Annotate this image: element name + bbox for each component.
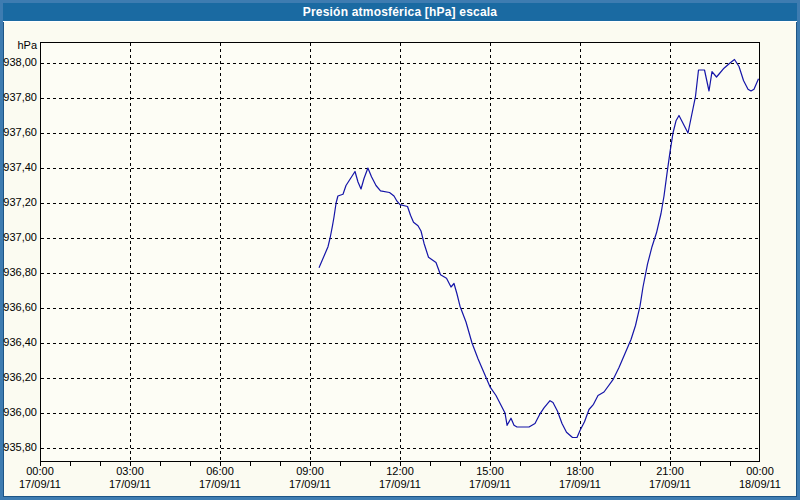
x-axis-tick-label: 18:0017/09/11	[545, 465, 615, 491]
x-axis-tick-label: 12:0017/09/11	[365, 465, 435, 491]
y-axis-unit-label: hPa	[3, 39, 37, 51]
x-axis-tick-label: 15:0017/09/11	[455, 465, 525, 491]
x-tick-date: 17/09/11	[185, 478, 255, 491]
y-axis-tick-label: 937,60	[3, 126, 37, 139]
y-axis-tick-label: 937,20	[3, 196, 37, 209]
x-axis-tick-label: 00:0018/09/11	[725, 465, 795, 491]
x-tick-date: 17/09/11	[275, 478, 345, 491]
y-axis-tick-label: 937,00	[3, 231, 37, 244]
chart-title: Presión atmosférica [hPa] escala	[303, 5, 498, 19]
y-axis-tick-label: 935,80	[3, 441, 37, 454]
y-axis-tick-label: 936,60	[3, 301, 37, 314]
y-axis-tick-label: 936,40	[3, 336, 37, 349]
x-axis-tick-label: 06:0017/09/11	[185, 465, 255, 491]
y-axis-tick-label: 936,20	[3, 371, 37, 384]
chart-title-bar: Presión atmosférica [hPa] escala	[3, 3, 797, 22]
x-tick-date: 17/09/11	[95, 478, 165, 491]
chart-window: Presión atmosférica [hPa] escala hPa 938…	[0, 0, 800, 500]
y-axis-tick-label: 937,40	[3, 161, 37, 174]
y-axis-tick-label: 936,80	[3, 266, 37, 279]
x-axis-tick-label: 21:0017/09/11	[635, 465, 705, 491]
x-axis-tick-label: 03:0017/09/11	[95, 465, 165, 491]
x-tick-date: 17/09/11	[365, 478, 435, 491]
x-tick-date: 17/09/11	[5, 478, 75, 491]
x-axis-tick-label: 09:0017/09/11	[275, 465, 345, 491]
x-tick-date: 17/09/11	[635, 478, 705, 491]
x-axis-tick-label: 00:0017/09/11	[5, 465, 75, 491]
y-axis-tick-label: 936,00	[3, 406, 37, 419]
y-axis-tick-label: 938,00	[3, 56, 37, 69]
x-tick-date: 17/09/11	[455, 478, 525, 491]
y-axis-tick-label: 937,80	[3, 91, 37, 104]
pressure-line-chart	[40, 42, 760, 468]
x-tick-date: 17/09/11	[545, 478, 615, 491]
x-tick-date: 18/09/11	[725, 478, 795, 491]
